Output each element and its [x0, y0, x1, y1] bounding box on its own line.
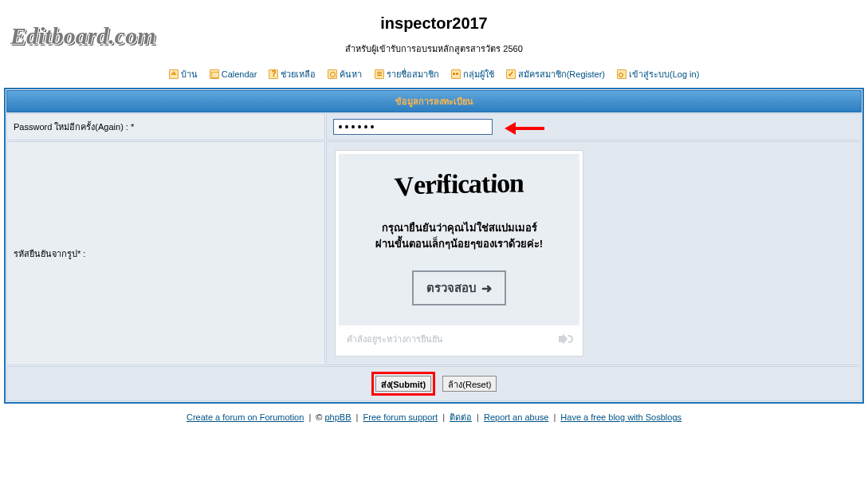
- verification-footer-hint: คำลังอยู่ระหว่างการยืนยัน: [347, 332, 443, 346]
- nav-search[interactable]: ค้นหา: [328, 67, 362, 81]
- submit-highlight: ส่ง(Submit): [371, 372, 436, 396]
- footer-report[interactable]: Report an abuse: [484, 412, 548, 422]
- footer-create-forum[interactable]: Create a forum on Forumotion: [187, 412, 304, 422]
- arrow-right-icon: ➜: [481, 281, 492, 296]
- nav-calendar[interactable]: Calendar: [210, 69, 257, 79]
- home-icon: [169, 69, 179, 79]
- footer-links: Create a forum on Forumotion | © phpBB |…: [4, 404, 864, 431]
- login-icon: [617, 69, 626, 79]
- calendar-icon: [210, 69, 219, 79]
- verification-check-button[interactable]: ตรวจสอบ ➜: [412, 270, 506, 306]
- reset-button[interactable]: ล้าง(Reset): [442, 376, 497, 392]
- nav-help[interactable]: ช่วยเหลือ: [269, 67, 316, 81]
- register-icon: [506, 69, 516, 79]
- pointer-arrow-icon: [505, 124, 544, 133]
- register-form-table: ข้อมูลการลงทะเบียน Password ใหม่อีกครั้ง…: [4, 88, 864, 404]
- footer-copyright: ©: [316, 412, 322, 422]
- nav-home[interactable]: บ้าน: [169, 67, 198, 81]
- submit-button[interactable]: ส่ง(Submit): [375, 376, 432, 392]
- section-header: ข้อมูลการลงทะเบียน: [6, 90, 862, 112]
- footer-sosblogs[interactable]: Have a free blog with Sosblogs: [560, 412, 681, 422]
- verification-text: กรุณายืนยันว่าคุณไม่ใช่สแปมเมอร์ ผ่านขั้…: [348, 220, 571, 251]
- nav-login[interactable]: เข้าสู่ระบบ(Log in): [617, 67, 699, 81]
- main-nav: บ้าน Calendar ช่วยเหลือ ค้นหา รายชื่อสมา…: [4, 62, 864, 88]
- site-title: inspector2017: [4, 14, 864, 33]
- footer-contact[interactable]: ติดต่อ: [450, 412, 472, 422]
- site-subtitle: สำหรับผู้เข้ารับการอบรมหลักสูตรสารวัตร 2…: [4, 41, 864, 56]
- password-again-input[interactable]: [333, 119, 493, 135]
- footer-phpbb[interactable]: phpBB: [325, 412, 352, 422]
- nav-groups[interactable]: กลุ่มผู้ใช้: [451, 67, 494, 81]
- search-icon: [328, 69, 337, 79]
- verification-widget: Verification กรุณายืนยันว่าคุณไม่ใช่สแปม…: [335, 150, 583, 357]
- nav-members[interactable]: รายชื่อสมาชิก: [375, 67, 439, 81]
- footer-support[interactable]: Free forum support: [363, 412, 438, 422]
- password-again-label: Password ใหม่อีกครั้ง(Again) : *: [6, 113, 325, 140]
- verification-title: Verification: [348, 168, 571, 202]
- groups-icon: [451, 69, 461, 79]
- members-icon: [375, 69, 384, 79]
- audio-icon[interactable]: [559, 333, 571, 345]
- captcha-label: รหัสยืนยันจากรูป* :: [6, 141, 325, 365]
- nav-register[interactable]: สมัครสมาชิก(Register): [506, 67, 605, 81]
- help-icon: [269, 69, 278, 79]
